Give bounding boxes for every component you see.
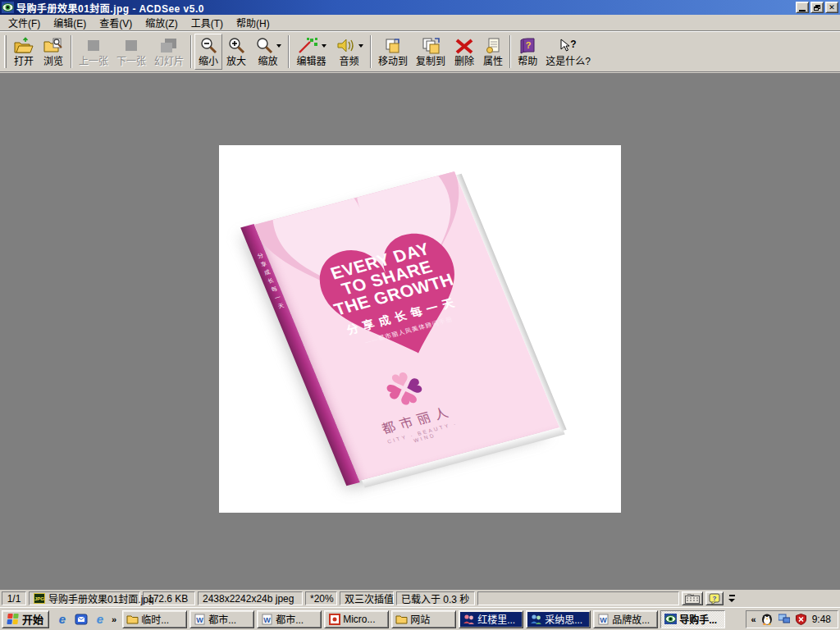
editor-label: 编辑器 — [297, 56, 326, 67]
properties-button[interactable]: 属性 — [479, 34, 507, 70]
statusbar-resize-gadget[interactable] — [726, 591, 737, 605]
tray-clock: 9:48 — [812, 614, 831, 625]
network-tray-icon[interactable] — [778, 613, 791, 626]
task-acdsee-active[interactable]: 导购手... — [660, 610, 725, 628]
book-front-cover: EVERY DAY TO SHARE THE GROWTH 分享成长每一天 ——… — [254, 171, 559, 481]
browse-button[interactable]: 浏览 — [39, 34, 68, 70]
ie-icon[interactable]: e — [55, 612, 70, 627]
task-label: 导购手... — [679, 612, 717, 626]
start-button[interactable]: 开始 — [2, 610, 49, 628]
help-button[interactable]: ? 帮助 — [514, 34, 541, 70]
copy-to-icon — [420, 37, 441, 55]
move-to-button[interactable]: 移动到 — [374, 34, 412, 70]
restore-icon — [814, 5, 820, 11]
qq-penguin-icon[interactable] — [760, 613, 774, 626]
close-button[interactable]: ✕ — [825, 2, 838, 13]
copy-to-button[interactable]: 复制到 — [412, 34, 450, 70]
toolbar-separator — [509, 35, 511, 68]
properties-icon — [484, 37, 502, 55]
status-help-button[interactable]: ? — [705, 591, 724, 605]
chevron-down-icon — [276, 44, 281, 48]
speaker-icon — [335, 37, 356, 55]
menu-bar: 文件(F) 编辑(E) 查看(V) 缩放(Z) 工具(T) 帮助(H) — [0, 15, 840, 31]
task-qq-chat-1[interactable]: 红楼里... — [459, 610, 523, 628]
task-qq-chat-2[interactable]: 采纳思... — [526, 610, 591, 628]
jpg-file-icon: JPG — [34, 593, 45, 604]
task-label: 品牌故... — [612, 612, 650, 626]
task-label: 采纳思... — [545, 612, 582, 626]
task-microsoft-app[interactable]: Micro... — [324, 610, 389, 628]
svg-text:W: W — [196, 616, 203, 624]
browse-label: 浏览 — [43, 56, 63, 67]
open-button[interactable]: 打开 — [9, 34, 39, 70]
mail-icon[interactable] — [74, 612, 89, 627]
menu-edit[interactable]: 编辑(E) — [47, 14, 93, 31]
mail-window-icon — [75, 613, 88, 626]
task-folder-wangzhan[interactable]: 网站 — [391, 610, 456, 628]
expand-icon — [728, 599, 735, 602]
tray-collapse-chevron[interactable]: « — [751, 614, 756, 624]
whats-this-label: 这是什么? — [546, 56, 591, 67]
toolbar-separator — [370, 35, 372, 68]
keyboard-button[interactable] — [682, 591, 703, 605]
ms-app-icon — [328, 614, 340, 625]
status-message-panel — [477, 591, 679, 605]
minimize-button[interactable] — [796, 2, 809, 13]
status-load-time: 已载入于 0.3 秒 — [396, 591, 475, 605]
task-folder-linshi[interactable]: 临时... — [122, 610, 187, 628]
move-to-label: 移动到 — [378, 56, 408, 67]
previous-button: 上一张 — [75, 34, 112, 70]
open-label: 打开 — [14, 56, 34, 67]
antivirus-shield-icon[interactable] — [795, 613, 808, 626]
toolbar-gripper[interactable] — [4, 35, 7, 68]
acdsee-eye-icon — [664, 614, 677, 625]
editor-button[interactable]: 编辑器 — [292, 34, 331, 70]
zoom-in-button[interactable]: 放大 — [222, 34, 250, 70]
menu-tools[interactable]: 工具(T) — [185, 14, 230, 31]
status-filename: 导购手册效果01封面.jpg — [48, 591, 154, 605]
audio-button[interactable]: 音频 — [331, 34, 368, 70]
task-word-doc-3[interactable]: W 品牌故... — [593, 610, 658, 628]
quick-launch-overflow-chevron[interactable]: » — [112, 614, 116, 624]
next-label: 下一张 — [116, 56, 146, 67]
menu-zoom[interactable]: 缩放(Z) — [139, 14, 184, 31]
whats-this-button[interactable]: ? 这是什么? — [541, 34, 595, 70]
status-zoom-level: *20% — [305, 591, 337, 605]
chevron-down-icon — [358, 44, 363, 48]
browse-icon — [43, 37, 64, 55]
task-label: 临时... — [141, 612, 169, 626]
zoom-menu-button[interactable]: 缩放 — [250, 34, 285, 70]
zoom-out-button[interactable]: 缩小 — [194, 34, 222, 70]
folder-icon — [395, 614, 408, 625]
restore-button[interactable] — [810, 2, 824, 13]
windows-logo-icon — [7, 614, 19, 625]
zoom-out-label: 缩小 — [199, 56, 218, 67]
start-label: 开始 — [22, 611, 43, 627]
word-icon: W — [597, 614, 609, 625]
taskbar: 开始 e e » 临时... W 都市... W 都市... Micro... — [0, 607, 840, 630]
task-label: Micro... — [343, 614, 375, 625]
delete-label: 删除 — [454, 56, 474, 67]
word-icon: W — [194, 614, 206, 625]
menu-view[interactable]: 查看(V) — [93, 14, 139, 31]
delete-button[interactable]: 删除 — [450, 34, 479, 70]
toolbar: 打开 浏览 上一张 下一张 幻灯片 — [0, 32, 840, 72]
zoom-in-icon — [226, 37, 246, 55]
task-word-doc-1[interactable]: W 都市... — [189, 610, 254, 628]
menu-help[interactable]: 帮助(H) — [230, 14, 276, 31]
open-folder-icon — [13, 37, 34, 55]
status-index: 1/1 — [2, 591, 26, 605]
window-title: 导购手册效果01封面.jpg - ACDSee v5.0 — [16, 1, 796, 15]
menu-file[interactable]: 文件(F) — [2, 14, 47, 31]
acdsee-app-icon — [2, 2, 14, 13]
properties-label: 属性 — [483, 56, 503, 67]
status-bar: 1/1 JPG 导购手册效果01封面.jpg 172.6 KB 2438x224… — [0, 589, 840, 607]
move-to-icon — [383, 37, 403, 55]
editor-wand-icon — [296, 37, 319, 55]
slideshow-label: 幻灯片 — [154, 56, 184, 67]
word-icon: W — [261, 614, 273, 625]
task-word-doc-2[interactable]: W 都市... — [257, 610, 322, 628]
ie-channel-icon[interactable]: e — [93, 612, 107, 627]
viewer-canvas: 分享成长每一天 EVERY DAY TO SHARE THE GROWTH 分享… — [0, 73, 840, 589]
quick-launch: e e » — [52, 612, 120, 627]
